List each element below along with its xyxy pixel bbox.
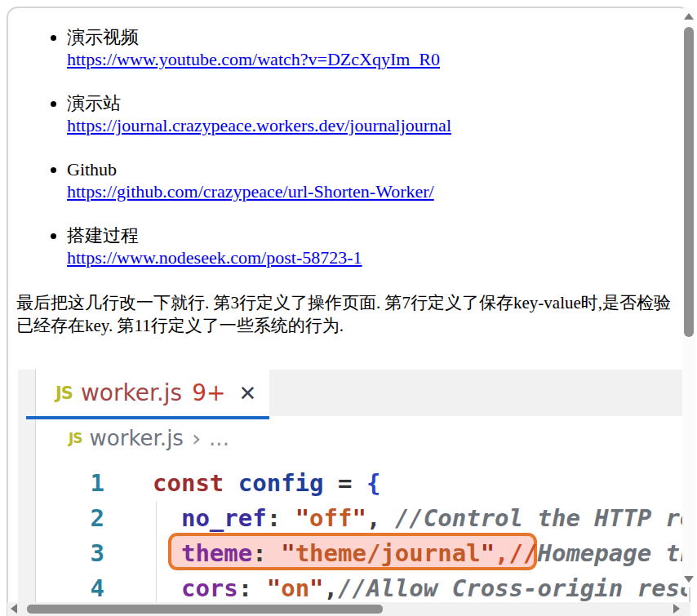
vscode-screenshot: JS worker.js 9+ ✕ JS worker.js › ... 1co…	[18, 370, 687, 609]
list-item: 演示站https://journal.crazypeace.workers.de…	[67, 92, 679, 136]
code-line: 1const config = {	[18, 466, 687, 501]
code-text: const config = {	[153, 466, 380, 501]
code-text: cors: "on",//Allow Cross-origin resou	[153, 571, 687, 606]
list-item-label: 演示站	[67, 93, 121, 113]
post-content: 演示视频https://www.youtube.com/watch?v=DZcX…	[16, 20, 679, 337]
list-item-link[interactable]: https://journal.crazypeace.workers.dev/j…	[67, 115, 451, 135]
list-item: 演示视频https://www.youtube.com/watch?v=DZcX…	[67, 26, 679, 70]
scroll-down-icon[interactable]	[684, 576, 694, 583]
js-file-icon: JS	[55, 383, 73, 403]
list-item: Githubhttps://github.com/crazypeace/url-…	[67, 158, 679, 202]
horizontal-scrollbar[interactable]	[7, 602, 690, 616]
scroll-left-icon[interactable]	[11, 604, 17, 614]
editor-tab-bar: JS worker.js 9+ ✕	[36, 370, 687, 416]
code-line: 4 cors: "on",//Allow Cross-origin resou	[18, 571, 687, 606]
scroll-right-icon[interactable]	[673, 604, 680, 614]
paragraph: 最后把这几行改一下就行. 第3行定义了操作页面. 第7行定义了保存key-val…	[16, 291, 679, 337]
post-card: 演示视频https://www.youtube.com/watch?v=DZcX…	[7, 7, 690, 616]
list-item-link[interactable]: https://www.nodeseek.com/post-58723-1	[67, 247, 362, 268]
list-item-link[interactable]: https://github.com/crazypeace/url-Shorte…	[67, 181, 434, 202]
list-item-label: Github	[67, 159, 117, 179]
scroll-up-icon[interactable]	[684, 13, 694, 20]
breadcrumb: JS worker.js › ...	[69, 423, 229, 453]
line-number: 2	[18, 501, 104, 536]
page: 演示视频https://www.youtube.com/watch?v=DZcX…	[0, 0, 697, 616]
chevron-right-icon: ›	[192, 425, 201, 452]
horizontal-scrollbar-thumb[interactable]	[27, 605, 383, 614]
tab-title: worker.js	[81, 379, 182, 406]
code-line: 3 theme: "theme/journal",//Homepage th	[18, 536, 687, 571]
list-item: 搭建过程https://www.nodeseek.com/post-58723-…	[67, 224, 679, 268]
links-list: 演示视频https://www.youtube.com/watch?v=DZcX…	[16, 26, 679, 268]
js-file-icon: JS	[69, 430, 82, 446]
breadcrumb-ellipsis: ...	[209, 426, 229, 450]
vertical-scrollbar[interactable]	[682, 8, 695, 587]
tab-worker-js: JS worker.js 9+ ✕	[36, 370, 269, 416]
line-number: 4	[18, 571, 104, 606]
line-number: 1	[18, 466, 104, 501]
problems-badge: 9+	[192, 379, 225, 406]
breadcrumb-file: worker.js	[90, 426, 184, 450]
list-item-label: 演示视频	[67, 27, 139, 47]
close-icon: ✕	[238, 381, 256, 405]
code-text: no_ref: "off", //Control the HTTP re	[153, 501, 687, 536]
code-text: theme: "theme/journal",//Homepage th	[153, 536, 687, 571]
list-item-link[interactable]: https://www.youtube.com/watch?v=DZcXqyIm…	[67, 49, 440, 69]
code-line: 2 no_ref: "off", //Control the HTTP re	[18, 501, 687, 536]
active-tab-underline	[26, 416, 269, 419]
vertical-scrollbar-thumb[interactable]	[684, 27, 694, 337]
list-item-label: 搭建过程	[67, 225, 139, 246]
line-number: 3	[18, 536, 104, 571]
